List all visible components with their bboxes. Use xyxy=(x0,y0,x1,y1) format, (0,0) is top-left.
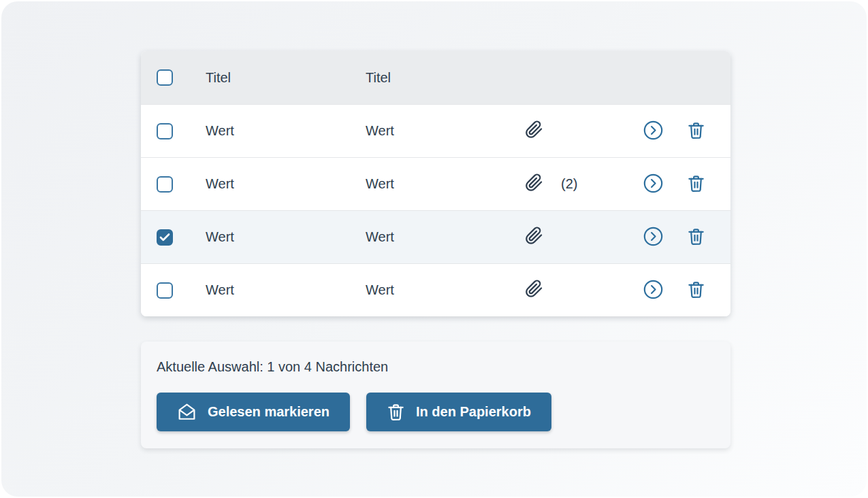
open-envelope-icon xyxy=(177,402,197,422)
open-row-button[interactable] xyxy=(643,227,663,248)
row-cell-1: Wert xyxy=(206,123,366,139)
mark-read-button[interactable]: Gelesen markieren xyxy=(157,393,350,431)
paperclip-icon xyxy=(525,120,543,142)
message-table: Titel Titel Wert Wert xyxy=(141,51,730,316)
delete-row-button[interactable] xyxy=(687,280,705,301)
row-cell-2: Wert xyxy=(366,123,522,139)
delete-row-button[interactable] xyxy=(687,121,705,142)
row-cell-2: Wert xyxy=(366,229,522,245)
chevron-right-circle-icon xyxy=(643,173,663,195)
table-row: Wert Wert xyxy=(141,104,730,157)
trash-icon xyxy=(687,280,705,301)
row-cell-1: Wert xyxy=(206,282,366,298)
select-all-checkbox[interactable] xyxy=(157,69,173,86)
paperclip-icon xyxy=(525,173,543,195)
row-checkbox[interactable] xyxy=(157,176,173,193)
selection-summary: Aktuelle Auswahl: 1 von 4 Nachrichten xyxy=(157,359,388,375)
row-cell-2: Wert xyxy=(366,176,522,192)
move-to-trash-button[interactable]: In den Papierkorb xyxy=(366,393,551,431)
trash-icon xyxy=(687,121,705,142)
trash-icon xyxy=(387,403,405,421)
row-cell-2: Wert xyxy=(366,282,522,298)
delete-row-button[interactable] xyxy=(687,174,705,195)
row-checkbox[interactable] xyxy=(157,123,173,139)
row-cell-1: Wert xyxy=(206,176,366,192)
open-row-button[interactable] xyxy=(643,120,663,142)
mark-read-button-label: Gelesen markieren xyxy=(208,404,329,420)
trash-icon xyxy=(687,174,705,195)
row-cell-1: Wert xyxy=(206,229,366,245)
trash-icon xyxy=(687,227,705,248)
open-row-button[interactable] xyxy=(643,173,663,195)
table-row: Wert Wert xyxy=(141,263,730,316)
row-checkbox[interactable] xyxy=(157,282,173,299)
chevron-right-circle-icon xyxy=(643,120,663,142)
move-to-trash-button-label: In den Papierkorb xyxy=(416,404,531,420)
chevron-right-circle-icon xyxy=(643,280,663,301)
table-row-selected: Wert Wert xyxy=(141,210,730,263)
paperclip-icon xyxy=(525,227,543,248)
row-checkbox-checked[interactable] xyxy=(157,229,173,246)
page-background: Titel Titel Wert Wert xyxy=(1,1,867,497)
delete-row-button[interactable] xyxy=(687,227,705,248)
chevron-right-circle-icon xyxy=(643,227,663,248)
table-header-row: Titel Titel xyxy=(141,51,730,104)
panel-buttons: Gelesen markieren In den Papierkorb xyxy=(157,393,551,431)
attachment-count: (2) xyxy=(546,176,631,192)
column-header-1: Titel xyxy=(206,70,366,86)
open-row-button[interactable] xyxy=(643,280,663,301)
table-row: Wert Wert (2) xyxy=(141,157,730,210)
selection-panel: Aktuelle Auswahl: 1 von 4 Nachrichten Ge… xyxy=(141,342,730,448)
paperclip-icon xyxy=(525,280,543,301)
column-header-2: Titel xyxy=(366,70,522,86)
